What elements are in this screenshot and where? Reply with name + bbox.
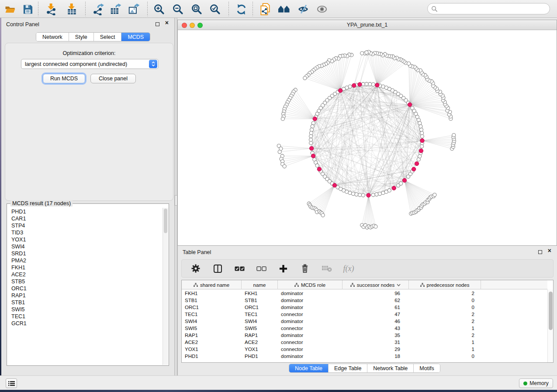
- zoom-out-icon[interactable]: [171, 3, 184, 15]
- cell-predecessor_nodes[interactable]: 0: [409, 353, 481, 360]
- mcds-result-item[interactable]: FKH1: [8, 264, 162, 271]
- tab-node-table[interactable]: Node Table: [289, 364, 329, 372]
- cell-mcds_role[interactable]: dominator: [278, 318, 343, 325]
- cell-name[interactable]: ORC1: [242, 304, 278, 311]
- network-window-titlebar[interactable]: YPA_prune.txt_1: [178, 20, 557, 30]
- cell-shared_name[interactable]: TEC1: [182, 311, 242, 318]
- tab-motifs[interactable]: Motifs: [414, 364, 439, 372]
- mcds-result-item[interactable]: SWI5: [8, 306, 162, 313]
- network-canvas[interactable]: [178, 30, 557, 245]
- cell-shared_name[interactable]: ACE2: [182, 339, 242, 346]
- float-panel-icon[interactable]: [156, 22, 159, 26]
- cell-successor_nodes[interactable]: 43: [343, 325, 409, 332]
- cell-predecessor_nodes[interactable]: 1: [409, 325, 481, 332]
- cell-shared_name[interactable]: FKH1: [182, 290, 242, 297]
- table-row[interactable]: PHD1PHD1dominator180: [182, 353, 553, 360]
- export-image-icon[interactable]: [127, 3, 140, 15]
- cell-mcds_role[interactable]: connector: [278, 325, 343, 332]
- cell-shared_name[interactable]: SWI4: [182, 318, 242, 325]
- column-header-MCDS-role[interactable]: MCDS role: [278, 280, 343, 289]
- mcds-result-item[interactable]: PHD1: [8, 208, 162, 215]
- mcds-result-item[interactable]: TID3: [8, 229, 162, 236]
- cell-predecessor_nodes[interactable]: 2: [409, 311, 481, 318]
- cell-name[interactable]: TEC1: [242, 311, 278, 318]
- cell-name[interactable]: YOX1: [242, 346, 278, 353]
- float-panel-icon[interactable]: [538, 250, 542, 254]
- cell-shared_name[interactable]: PHD1: [182, 353, 242, 360]
- cell-predecessor_nodes[interactable]: 0: [409, 304, 481, 311]
- eye-icon[interactable]: [315, 3, 329, 15]
- cell-name[interactable]: ACE2: [242, 339, 278, 346]
- cell-mcds_role[interactable]: connector: [278, 339, 343, 346]
- cell-successor_nodes[interactable]: 46: [343, 318, 409, 325]
- cell-predecessor_nodes[interactable]: 2: [409, 332, 481, 339]
- tab-edge-table[interactable]: Edge Table: [329, 364, 367, 372]
- zoom-in-icon[interactable]: [152, 3, 166, 15]
- search-input[interactable]: [440, 5, 550, 12]
- save-icon[interactable]: [21, 3, 34, 15]
- cell-name[interactable]: PHD1: [242, 353, 278, 360]
- add-column-icon[interactable]: [278, 263, 288, 274]
- run-mcds-button[interactable]: Run MCDS: [43, 74, 85, 83]
- delete-icon[interactable]: [300, 263, 310, 274]
- refresh-layout-icon[interactable]: [235, 3, 248, 15]
- mcds-result-item[interactable]: RAP1: [8, 292, 162, 299]
- optimization-criterion-select[interactable]: largest connected component (undirected): [21, 59, 159, 69]
- cell-name[interactable]: RAP1: [242, 332, 278, 339]
- mcds-result-item[interactable]: PMA2: [8, 257, 162, 264]
- cell-mcds_role[interactable]: connector: [278, 346, 343, 353]
- table-row[interactable]: TEC1TEC1connector472: [182, 311, 553, 318]
- table-row[interactable]: FKH1FKH1dominator962: [182, 290, 553, 297]
- export-table-icon[interactable]: [109, 3, 122, 15]
- cell-shared_name[interactable]: SWI5: [182, 325, 242, 332]
- cell-mcds_role[interactable]: connector: [278, 311, 343, 318]
- search-field[interactable]: [427, 3, 550, 14]
- tab-select[interactable]: Select: [94, 33, 122, 41]
- mcds-result-list[interactable]: PHD1CAR1STP4TID3YOX1SWI4SRD1PMA2FKH1ACE2…: [8, 208, 162, 364]
- cell-name[interactable]: SWI5: [242, 325, 278, 332]
- open-folder-icon[interactable]: [3, 3, 17, 15]
- binoculars-icon[interactable]: [277, 3, 291, 15]
- cell-mcds_role[interactable]: dominator: [278, 290, 343, 297]
- table-scrollbar[interactable]: [547, 289, 553, 362]
- export-network-icon[interactable]: [92, 3, 105, 15]
- cell-successor_nodes[interactable]: 35: [343, 332, 409, 339]
- cell-successor_nodes[interactable]: 18: [343, 353, 409, 360]
- cell-shared_name[interactable]: RAP1: [182, 332, 242, 339]
- cell-name[interactable]: SWI4: [242, 318, 278, 325]
- tab-network-table[interactable]: Network Table: [367, 364, 414, 372]
- cell-shared_name[interactable]: YOX1: [182, 346, 242, 353]
- network-graph[interactable]: [178, 30, 557, 245]
- close-panel-icon[interactable]: ×: [165, 19, 169, 26]
- table-row[interactable]: SWI5SWI5connector431: [182, 325, 553, 332]
- zoom-selected-icon[interactable]: [208, 3, 221, 15]
- cell-predecessor_nodes[interactable]: 1: [409, 346, 481, 353]
- table-row[interactable]: SWI4SWI4dominator462: [182, 318, 553, 325]
- cell-predecessor_nodes[interactable]: 1: [409, 339, 481, 346]
- mcds-list-scrollbar[interactable]: [163, 208, 168, 365]
- cell-mcds_role[interactable]: dominator: [278, 332, 343, 339]
- cell-successor_nodes[interactable]: 61: [343, 304, 409, 311]
- network-document-icon[interactable]: [259, 3, 272, 15]
- table-row[interactable]: ORC1ORC1dominator610: [182, 304, 553, 311]
- cell-mcds_role[interactable]: dominator: [278, 304, 343, 311]
- column-header-shared-name[interactable]: shared name: [182, 280, 242, 289]
- column-view-icon[interactable]: [212, 263, 223, 274]
- import-network-icon[interactable]: [45, 3, 58, 15]
- cell-name[interactable]: FKH1: [242, 290, 278, 297]
- mcds-result-item[interactable]: GCR1: [8, 320, 162, 327]
- tab-style[interactable]: Style: [69, 33, 94, 41]
- hide-eye-icon[interactable]: [297, 3, 310, 15]
- mcds-result-item[interactable]: SWI4: [8, 243, 162, 250]
- cell-predecessor_nodes[interactable]: 0: [409, 297, 481, 304]
- tab-network[interactable]: Network: [36, 33, 69, 41]
- cell-predecessor_nodes[interactable]: 2: [409, 290, 481, 297]
- mcds-result-item[interactable]: STP4: [8, 222, 162, 229]
- import-table-icon[interactable]: [65, 3, 78, 15]
- cell-successor_nodes[interactable]: 96: [343, 290, 409, 297]
- cell-successor_nodes[interactable]: 47: [343, 311, 409, 318]
- cell-shared_name[interactable]: STB1: [182, 297, 242, 304]
- cell-name[interactable]: STB1: [242, 297, 278, 304]
- column-header-successor-nodes[interactable]: successor nodes: [343, 280, 409, 289]
- cell-shared_name[interactable]: ORC1: [182, 304, 242, 311]
